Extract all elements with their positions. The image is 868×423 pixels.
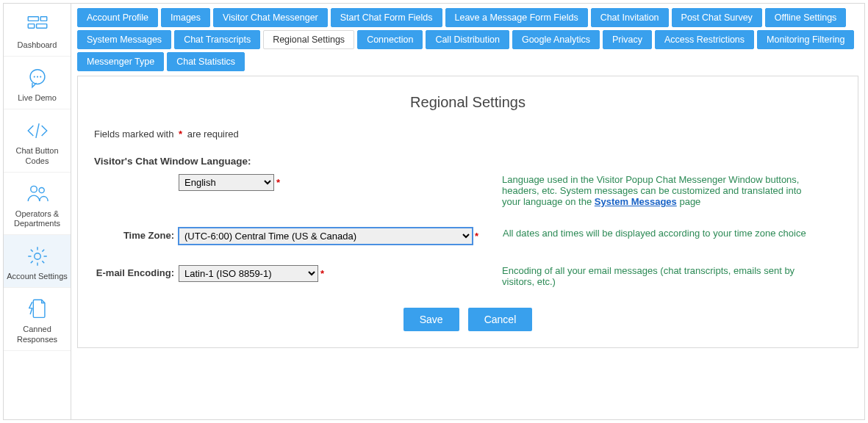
svg-point-7	[40, 76, 41, 78]
required-note: Fields marked with * are required	[94, 129, 842, 140]
asterisk-icon: *	[274, 177, 282, 188]
gear-icon	[7, 242, 68, 270]
svg-rect-0	[28, 17, 38, 21]
sidebar-item-canned[interactable]: Canned Responses	[4, 288, 71, 350]
language-help-text-b: page	[679, 196, 700, 207]
required-note-prefix: Fields marked with	[94, 129, 173, 140]
tab-leave-a-message-form-fields[interactable]: Leave a Message Form Fields	[445, 8, 588, 27]
sidebar-item-label: Canned Responses	[7, 325, 68, 344]
sidebar-item-account[interactable]: Account Settings	[4, 235, 71, 288]
tab-post-chat-survey[interactable]: Post Chat Survey	[672, 8, 762, 27]
svg-point-10	[39, 187, 44, 192]
bolt-file-icon	[7, 295, 68, 323]
svg-rect-1	[40, 17, 47, 21]
tab-images[interactable]: Images	[161, 8, 210, 27]
cancel-button[interactable]: Cancel	[468, 308, 533, 331]
required-note-suffix: are required	[187, 129, 239, 140]
people-icon	[7, 180, 68, 208]
asterisk-icon: *	[176, 129, 184, 140]
sidebar-item-label: Chat Button Codes	[7, 146, 68, 165]
dashboard-icon	[7, 11, 68, 39]
tab-monitoring-filtering[interactable]: Monitoring Filtering	[757, 30, 854, 49]
asterisk-icon: *	[473, 231, 481, 242]
sidebar-item-buttoncodes[interactable]: Chat Button Codes	[4, 109, 71, 172]
sidebar: DashboardLive DemoChat Button CodesOpera…	[4, 4, 71, 419]
tab-visitor-chat-messenger[interactable]: Visitor Chat Messenger	[213, 8, 328, 27]
language-section-heading: Visitor's Chat Window Language:	[94, 156, 842, 167]
chat-icon	[7, 64, 68, 92]
svg-point-9	[30, 186, 36, 192]
tab-regional-settings[interactable]: Regional Settings	[263, 30, 354, 49]
sidebar-item-label: Operators & Departments	[7, 209, 68, 228]
encoding-label: E-mail Encoding:	[94, 265, 179, 278]
sidebar-item-label: Live Demo	[7, 93, 68, 103]
encoding-help: Encoding of all your email messages (cha…	[480, 265, 811, 287]
tab-account-profile[interactable]: Account Profile	[77, 8, 158, 27]
button-row: Save Cancel	[94, 308, 842, 331]
row-encoding: E-mail Encoding: Latin-1 (ISO 8859-1) * …	[94, 265, 842, 287]
tab-system-messages[interactable]: System Messages	[77, 30, 171, 49]
svg-point-11	[34, 253, 40, 260]
sidebar-item-operators[interactable]: Operators & Departments	[4, 173, 71, 235]
svg-point-6	[36, 76, 37, 78]
timezone-label: Time Zone:	[94, 228, 179, 241]
tab-privacy[interactable]: Privacy	[603, 30, 652, 49]
svg-rect-3	[36, 24, 46, 29]
settings-panel: Regional Settings Fields marked with * a…	[77, 76, 858, 348]
save-button[interactable]: Save	[403, 308, 459, 331]
tab-connection[interactable]: Connection	[357, 30, 423, 49]
tab-start-chat-form-fields[interactable]: Start Chat Form Fields	[331, 8, 442, 27]
sidebar-item-dashboard[interactable]: Dashboard	[4, 4, 71, 57]
system-messages-link[interactable]: System Messages	[595, 196, 677, 207]
tab-messenger-type[interactable]: Messenger Type	[77, 52, 164, 71]
timezone-select[interactable]: (UTC-6:00) Central Time (US & Canada)	[179, 228, 473, 245]
tab-google-analytics[interactable]: Google Analytics	[512, 30, 600, 49]
page-title: Regional Settings	[94, 94, 842, 111]
sidebar-item-livedemo[interactable]: Live Demo	[4, 57, 71, 109]
code-icon	[7, 117, 68, 145]
svg-rect-2	[28, 24, 35, 29]
tabstrip: Account ProfileImagesVisitor Chat Messen…	[77, 8, 858, 71]
main-content: Account ProfileImagesVisitor Chat Messen…	[71, 4, 864, 419]
sidebar-item-label: Dashboard	[7, 40, 68, 50]
svg-line-8	[35, 123, 38, 138]
encoding-select[interactable]: Latin-1 (ISO 8859-1)	[179, 265, 318, 282]
tab-offline-settings[interactable]: Offline Settings	[765, 8, 847, 27]
sidebar-item-label: Account Settings	[7, 272, 68, 281]
row-timezone: Time Zone: (UTC-6:00) Central Time (US &…	[94, 228, 842, 245]
svg-point-5	[33, 76, 35, 78]
tab-chat-statistics[interactable]: Chat Statistics	[167, 52, 245, 71]
language-help: Language used in the Visitor Popup Chat …	[480, 174, 811, 207]
tab-call-distribution[interactable]: Call Distribution	[426, 30, 509, 49]
asterisk-icon: *	[318, 268, 326, 279]
row-language: English * Language used in the Visitor P…	[94, 174, 842, 207]
tab-access-restrictions[interactable]: Access Restrictions	[655, 30, 754, 49]
language-select[interactable]: English	[179, 174, 274, 191]
tab-chat-transcripts[interactable]: Chat Transcripts	[174, 30, 260, 49]
tab-chat-invitation[interactable]: Chat Invitation	[591, 8, 669, 27]
timezone-help: All dates and times will be displayed ac…	[481, 228, 811, 239]
